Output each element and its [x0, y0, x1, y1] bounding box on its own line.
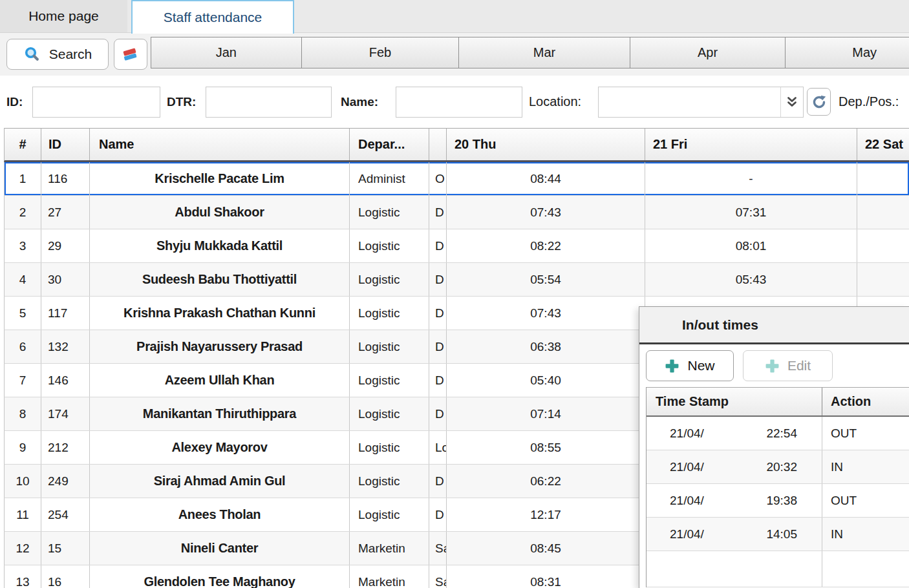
staff-id: 15: [41, 532, 90, 565]
header-id: ID: [41, 129, 90, 160]
row-number: 11: [5, 498, 41, 531]
staff-position: D: [429, 498, 447, 531]
time-day-22-sat: [857, 263, 909, 296]
row-number: 5: [5, 297, 41, 330]
staff-position: Sa: [429, 532, 447, 565]
inout-times-panel: In/out times New Edit: [639, 306, 909, 588]
time-day-20-thu: 08:45: [447, 532, 645, 565]
tab-staff-attendance[interactable]: Staff attendance: [131, 0, 294, 34]
plus-icon-disabled: [765, 359, 780, 373]
timestamp-time: 14:05: [766, 527, 797, 541]
staff-id: 117: [41, 297, 90, 330]
timestamp-cell: 21/04/ 19:38: [647, 484, 822, 517]
staff-department: Logistic: [350, 431, 429, 464]
time-day-21-fri: 07:31: [645, 196, 857, 229]
header-department: Depar...: [350, 129, 429, 160]
name-filter-label: Name:: [341, 76, 378, 128]
header-time-stamp: Time Stamp: [647, 388, 822, 415]
inout-row[interactable]: 21/04/ 19:38 OUT: [647, 484, 909, 518]
tab-home-page[interactable]: Home page: [0, 0, 127, 32]
row-number: 1: [5, 162, 41, 195]
timestamp-date: 21/04/: [670, 426, 704, 441]
row-number: 2: [5, 196, 41, 229]
search-button[interactable]: Search: [6, 39, 109, 70]
name-filter-input[interactable]: [396, 87, 522, 118]
attendance-table-header: # ID Name Depar... 20 Thu 21 Fri 22 Sat: [4, 128, 909, 162]
staff-row[interactable]: 4 30 Sudeesh Babu Thottiyattil Logistic …: [4, 263, 909, 297]
timestamp-cell: 21/04/ 14:05: [647, 518, 822, 551]
row-number: 12: [5, 532, 41, 565]
staff-name: Prajish Nayarussery Prasad: [90, 330, 350, 363]
header-day-20-thu: 20 Thu: [447, 129, 645, 160]
inout-row[interactable]: 21/04/ 20:32 IN: [647, 450, 909, 484]
inout-row-empty: [647, 551, 909, 587]
location-filter-label: Location:: [529, 76, 581, 128]
edit-record-button[interactable]: Edit: [743, 350, 833, 381]
month-button[interactable]: Mar: [459, 37, 630, 68]
refresh-locations-button[interactable]: [807, 88, 831, 116]
header-day-22-sat: 22 Sat: [857, 129, 909, 160]
staff-id: 212: [41, 431, 90, 464]
time-day-20-thu: 06:22: [447, 465, 645, 498]
row-number: 4: [5, 263, 41, 296]
action-cell: IN: [822, 518, 909, 551]
staff-name: Sudeesh Babu Thottiyattil: [90, 263, 350, 296]
plus-icon: [665, 359, 679, 373]
dtr-filter-input[interactable]: [206, 87, 332, 118]
inout-row[interactable]: 21/04/ 22:54 OUT: [647, 417, 909, 450]
new-button-label: New: [687, 358, 714, 373]
month-button[interactable]: May: [786, 37, 909, 68]
month-button[interactable]: Apr: [630, 37, 786, 68]
location-filter-input[interactable]: [599, 87, 780, 117]
header-position: [429, 129, 447, 160]
row-number: 3: [5, 229, 41, 262]
chevron-double-down-icon: [786, 96, 798, 109]
staff-row[interactable]: 2 27 Abdul Shakoor Logistic D 07:43 07:3…: [4, 196, 909, 229]
time-day-22-sat: [857, 196, 909, 229]
time-day-22-sat: [857, 229, 909, 262]
new-record-button[interactable]: New: [646, 350, 734, 381]
time-day-22-sat: [857, 162, 909, 195]
staff-row[interactable]: 1 116 Krischelle Pacate Lim Administ O 0…: [4, 162, 909, 196]
action-cell: OUT: [822, 484, 909, 517]
time-day-20-thu: 07:43: [447, 196, 645, 229]
location-dropdown-button[interactable]: [780, 87, 803, 117]
staff-name: Manikantan Thiruthippara: [90, 397, 350, 430]
row-number: 7: [5, 364, 41, 397]
staff-department: Logistic: [350, 364, 429, 397]
staff-position: D: [429, 465, 447, 498]
staff-id: 146: [41, 364, 90, 397]
time-day-20-thu: 08:44: [447, 162, 645, 195]
staff-row[interactable]: 3 29 Shyju Mukkada Kattil Logistic D 08:…: [4, 229, 909, 263]
action-cell: [822, 551, 909, 587]
staff-name: Abdul Shakoor: [90, 196, 350, 229]
dtr-filter-label: DTR:: [167, 76, 196, 128]
staff-name: Anees Tholan: [90, 498, 350, 531]
id-filter-input[interactable]: [32, 87, 160, 118]
inout-table-body: 21/04/ 22:54 OUT 21/04/ 20:32 IN: [647, 417, 909, 551]
dep-pos-filter-label: Dep./Pos.:: [839, 76, 899, 128]
staff-department: Logistic: [350, 397, 429, 430]
clear-filters-button[interactable]: [114, 39, 147, 70]
header-day-21-fri: 21 Fri: [645, 129, 857, 160]
month-button[interactable]: Jan: [151, 37, 302, 68]
staff-position: D: [429, 330, 447, 363]
timestamp-cell: 21/04/ 22:54: [647, 417, 822, 450]
staff-position: D: [429, 196, 447, 229]
time-day-20-thu: 06:38: [447, 330, 645, 363]
row-number: 9: [5, 431, 41, 464]
staff-id: 30: [41, 263, 90, 296]
id-filter-label: ID:: [6, 76, 23, 128]
inout-panel-title: In/out times: [639, 307, 909, 344]
staff-position: Sa: [429, 565, 447, 588]
time-day-20-thu: 07:43: [447, 297, 645, 330]
inout-row[interactable]: 21/04/ 14:05 IN: [647, 518, 909, 551]
time-day-20-thu: 05:54: [447, 263, 645, 296]
staff-name: Nineli Canter: [90, 532, 350, 565]
staff-position: D: [429, 263, 447, 296]
timestamp-cell: 21/04/ 20:32: [647, 450, 822, 483]
tab-bar: Home page Staff attendance: [0, 0, 909, 32]
staff-department: Logistic: [350, 297, 429, 330]
staff-department: Marketin: [350, 565, 429, 588]
month-button[interactable]: Feb: [302, 37, 460, 68]
